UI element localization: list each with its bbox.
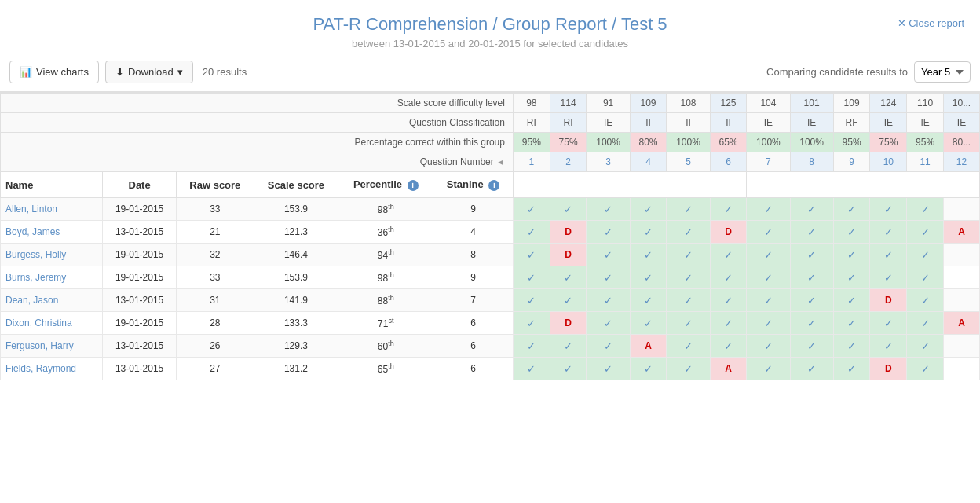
pct-correct-label: Percentage correct within this group	[1, 133, 514, 152]
student-name[interactable]: Dean, Jason	[1, 289, 103, 312]
student-date: 19-01-2015	[103, 244, 177, 266]
question-num-link-4[interactable]: 4	[645, 156, 651, 167]
table-row: Allen, Linton 19-01-2015 33 153.9 98th 9…	[1, 198, 980, 221]
student-name[interactable]: Fields, Raymond	[1, 358, 103, 380]
question-num-link-6[interactable]: 6	[726, 156, 731, 167]
col-header-percentile: Percentile i	[338, 172, 433, 198]
question-num-link-1[interactable]: 1	[529, 156, 535, 167]
download-icon: ⬇	[115, 66, 124, 78]
question-num-label: Question Number	[420, 156, 494, 167]
student-stanine: 9	[433, 198, 514, 221]
table-row: Boyd, James 13-01-2015 21 121.3 36th 4 ✓…	[1, 221, 980, 244]
student-date: 13-01-2015	[103, 358, 177, 380]
student-date: 13-01-2015	[103, 289, 177, 312]
student-scale: 153.9	[254, 266, 338, 289]
scale-score-6: 104	[747, 94, 790, 113]
student-scale: 131.2	[254, 358, 338, 380]
question-num-link-3[interactable]: 3	[605, 156, 611, 167]
student-raw: 28	[177, 312, 254, 335]
table-row: Dean, Jason 13-01-2015 31 141.9 88th 7 ✓…	[1, 289, 980, 312]
scale-score-1: 114	[550, 94, 587, 113]
student-raw: 33	[177, 198, 254, 221]
student-raw: 31	[177, 289, 254, 312]
dropdown-arrow-icon: ▾	[177, 66, 183, 78]
question-classification-row: Question Classification RI RI IE II II I…	[1, 113, 980, 133]
student-date: 19-01-2015	[103, 312, 177, 335]
student-name[interactable]: Burgess, Holly	[1, 244, 103, 266]
student-percentile: 65th	[338, 358, 433, 380]
student-date: 19-01-2015	[103, 198, 177, 221]
question-num-link-11[interactable]: 11	[920, 156, 930, 167]
table-row: Burns, Jeremy 19-01-2015 33 153.9 98th 9…	[1, 266, 980, 289]
scale-score-5: 125	[710, 94, 747, 113]
scale-score-11: 10...	[943, 94, 979, 113]
student-stanine: 6	[433, 335, 514, 358]
scale-score-row: Scale score difficulty level 98 114 91 1…	[1, 94, 980, 113]
page-subtitle: between 13-01-2015 and 20-01-2015 for se…	[8, 38, 972, 50]
student-stanine: 7	[433, 289, 514, 312]
page-title: PAT-R Comprehension / Group Report / Tes…	[8, 14, 972, 35]
student-scale: 153.9	[254, 198, 338, 221]
question-num-link-8[interactable]: 8	[809, 156, 814, 167]
scale-score-3: 109	[630, 94, 667, 113]
view-charts-button[interactable]: 📊 View charts	[9, 61, 99, 83]
student-name[interactable]: Ferguson, Harry	[1, 335, 103, 358]
question-num-link-5[interactable]: 5	[686, 156, 691, 167]
main-table-container: Scale score difficulty level 98 114 91 1…	[0, 92, 980, 380]
student-stanine: 9	[433, 266, 514, 289]
question-num-link-10[interactable]: 10	[883, 156, 894, 167]
question-num-link-7[interactable]: 7	[766, 156, 771, 167]
close-report-link[interactable]: Close report	[898, 17, 964, 29]
student-percentile: 98th	[338, 266, 433, 289]
scale-score-2: 91	[587, 94, 630, 113]
scale-score-label: Scale score difficulty level	[1, 94, 514, 113]
question-num-link-12[interactable]: 12	[956, 156, 967, 167]
col-header-scale-score: Scale score	[254, 172, 338, 198]
student-name[interactable]: Allen, Linton	[1, 198, 103, 221]
scale-score-10: 110	[907, 94, 944, 113]
student-raw: 21	[177, 221, 254, 244]
student-percentile: 60th	[338, 335, 433, 358]
student-percentile: 94th	[338, 244, 433, 266]
scale-score-9: 124	[870, 94, 907, 113]
bar-chart-icon: 📊	[20, 66, 32, 78]
student-percentile: 98th	[338, 198, 433, 221]
question-num-link-9[interactable]: 9	[849, 156, 854, 167]
student-stanine: 8	[433, 244, 514, 266]
question-num-arrow-icon: ◄	[496, 157, 505, 167]
student-raw: 33	[177, 266, 254, 289]
column-headers-row: Name Date Raw score Scale score Percenti…	[1, 172, 980, 198]
table-row: Ferguson, Harry 13-01-2015 26 129.3 60th…	[1, 335, 980, 358]
table-row: Fields, Raymond 13-01-2015 27 131.2 65th…	[1, 358, 980, 380]
download-button[interactable]: ⬇ Download ▾	[105, 61, 193, 83]
student-stanine: 4	[433, 221, 514, 244]
student-scale: 141.9	[254, 289, 338, 312]
col-header-raw-score: Raw score	[177, 172, 254, 198]
stanine-info-icon[interactable]: i	[488, 180, 499, 191]
col-header-date: Date	[103, 172, 177, 198]
student-scale: 129.3	[254, 335, 338, 358]
scale-score-7: 101	[790, 94, 833, 113]
student-percentile: 36th	[338, 221, 433, 244]
pct-correct-row: Percentage correct within this group 95%…	[1, 133, 980, 152]
student-raw: 27	[177, 358, 254, 380]
scale-score-0: 98	[513, 94, 550, 113]
student-scale: 121.3	[254, 221, 338, 244]
compare-select[interactable]: Year 5 Year 4 Year 6	[914, 61, 971, 83]
student-date: 19-01-2015	[103, 266, 177, 289]
results-table: Scale score difficulty level 98 114 91 1…	[0, 93, 980, 380]
student-name[interactable]: Boyd, James	[1, 221, 103, 244]
percentile-info-icon[interactable]: i	[408, 180, 419, 191]
table-row: Burgess, Holly 19-01-2015 32 146.4 94th …	[1, 244, 980, 266]
results-count: 20 results	[203, 66, 247, 78]
compare-label: Comparing candidate results to	[766, 66, 908, 78]
student-name[interactable]: Burns, Jeremy	[1, 266, 103, 289]
student-stanine: 6	[433, 358, 514, 380]
student-name[interactable]: Dixon, Christina	[1, 312, 103, 335]
question-num-link-2[interactable]: 2	[565, 156, 571, 167]
question-number-row: Question Number ◄ 1 2 3 4 5 6 7 8 9 10 1…	[1, 152, 980, 172]
col-header-name: Name	[1, 172, 103, 198]
student-raw: 26	[177, 335, 254, 358]
student-stanine: 6	[433, 312, 514, 335]
student-scale: 133.3	[254, 312, 338, 335]
